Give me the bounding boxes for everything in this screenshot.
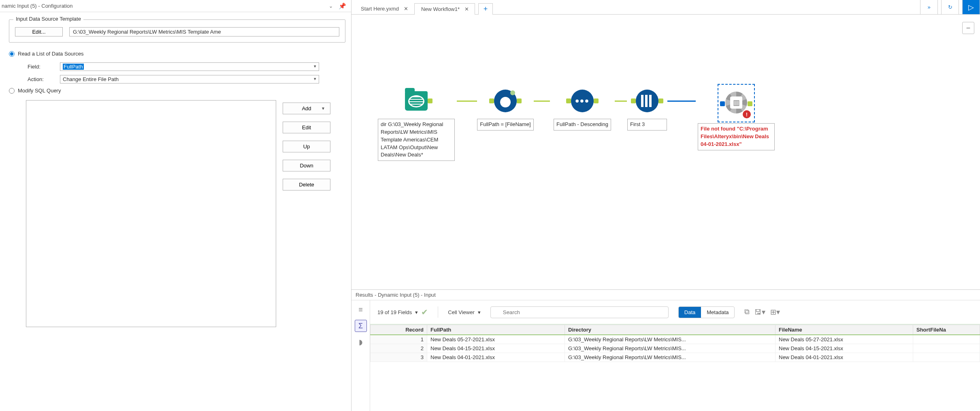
action-value: Change Entire File Path [63, 76, 119, 82]
table-row[interactable]: 1New Deals 05-27-2021.xlsxG:\03_Weekly R… [371, 335, 980, 344]
table-row[interactable]: 2New Deals 04-15-2021.xlsxG:\03_Weekly R… [371, 344, 980, 353]
search-input[interactable] [490, 306, 669, 318]
node-error-annotation: File not found "C:\Program Files\Alteryx… [698, 123, 775, 150]
sql-listbox[interactable] [26, 100, 276, 327]
save-icon[interactable]: 🖫▾ [754, 308, 765, 317]
cell-directory: G:\03_Weekly Regional Reports\LW Metrics… [565, 335, 775, 344]
copy-icon[interactable]: ⧉ [744, 308, 750, 317]
chevron-down-icon[interactable]: ⌄ [326, 3, 336, 9]
cell-shortfilename [913, 335, 980, 344]
input-port[interactable] [631, 98, 636, 103]
error-badge-icon: ! [743, 110, 751, 118]
field-value: FullPath [63, 64, 84, 70]
dynamic-input-tool-node[interactable]: ! [724, 92, 748, 116]
results-title: Results - Dynamic Input (5) - Input [352, 290, 980, 300]
output-port[interactable] [658, 98, 663, 103]
add-button[interactable]: Add [283, 103, 330, 114]
tabbar: Start Here.yxmd ✕ New Workflow1* ✕ + » ↻… [352, 0, 980, 15]
edit-button[interactable]: Edit [283, 122, 330, 133]
tab-new-workflow[interactable]: New Workflow1* ✕ [414, 3, 475, 15]
sigma-icon[interactable]: Σ [355, 320, 367, 332]
action-select[interactable]: Change Entire File Path [60, 75, 319, 83]
close-icon[interactable]: ✕ [464, 6, 469, 12]
fields-count: 19 of 19 Fields [377, 309, 412, 315]
col-header-shortfilename[interactable]: ShortFileNa [913, 325, 980, 335]
radio-read-input[interactable] [9, 51, 15, 57]
metadata-tab[interactable]: Metadata [701, 307, 734, 318]
close-icon[interactable]: ✕ [404, 6, 408, 12]
input-port[interactable] [720, 101, 725, 106]
sort-tool-node[interactable]: ••• [570, 89, 594, 113]
sample-tool-node[interactable] [635, 89, 659, 113]
config-body: Input Data Source Template Edit... G:\03… [0, 12, 351, 411]
up-button[interactable]: Up [283, 141, 330, 152]
cell-filename: New Deals 04-15-2021.xlsx [775, 344, 913, 353]
sort-icon: ••• [571, 90, 594, 112]
cell-record: 1 [371, 335, 427, 344]
output-anchor-icon[interactable]: ◗ [355, 336, 367, 348]
radio-read-list[interactable]: Read a List of Data Sources [9, 51, 345, 57]
radio-sql-input[interactable] [9, 88, 15, 94]
template-path-field[interactable]: G:\03_Weekly Regional Reports\LW Metrics… [69, 27, 339, 36]
workflow-canvas[interactable]: − dir G:\03_Weekly Regional Reports\LW M… [352, 15, 980, 289]
cell-record: 2 [371, 344, 427, 353]
col-header-fullpath[interactable]: FullPath [427, 325, 565, 335]
cellviewer-label: Cell Viewer [448, 309, 475, 315]
cell-shortfilename [913, 344, 980, 353]
output-port[interactable] [517, 98, 522, 103]
run-button[interactable]: ▷ [962, 0, 980, 14]
output-port[interactable] [594, 98, 599, 103]
collapse-button[interactable]: − [962, 22, 974, 34]
add-tab-button[interactable]: + [478, 3, 493, 15]
node-annotation: dir G:\03_Weekly Regional Reports\LW Met… [378, 119, 455, 161]
formula-tool-node[interactable] [493, 89, 518, 113]
data-metadata-toggle: Data Metadata [678, 306, 735, 318]
cell-record: 3 [371, 353, 427, 362]
down-button[interactable]: Down [283, 160, 330, 171]
node-annotation: First 3 [627, 119, 667, 131]
cell-fullpath: New Deals 04-01-2021.xlsx [427, 353, 565, 362]
col-header-directory[interactable]: Directory [565, 325, 775, 335]
field-select[interactable]: FullPath [60, 62, 319, 71]
cell-fullpath: New Deals 04-15-2021.xlsx [427, 344, 565, 353]
cell-viewer-dropdown[interactable]: Cell Viewer ▾ [448, 309, 481, 315]
pin-icon[interactable]: 📌 [336, 2, 349, 10]
edit-template-button[interactable]: Edit... [15, 27, 63, 36]
cell-filename: New Deals 04-01-2021.xlsx [775, 353, 913, 362]
col-header-filename[interactable]: FileName [775, 325, 913, 335]
overflow-button[interactable]: » [920, 0, 938, 14]
input-port[interactable] [566, 98, 571, 103]
canvas-wrap: − dir G:\03_Weekly Regional Reports\LW M… [352, 15, 980, 289]
tab-start-here[interactable]: Start Here.yxmd ✕ [354, 3, 414, 14]
radio-sql[interactable]: Modify SQL Query [9, 88, 345, 94]
connector [534, 101, 550, 102]
col-header-record[interactable]: Record [371, 325, 427, 335]
sample-icon [636, 90, 658, 112]
results-search [490, 306, 669, 318]
selected-node-box: ! [722, 89, 750, 118]
output-port[interactable] [428, 98, 432, 103]
connector [615, 101, 627, 102]
connector [457, 101, 477, 102]
cell-fullpath: New Deals 05-27-2021.xlsx [427, 335, 565, 344]
config-title: namic Input (5) - Configuration [0, 3, 326, 9]
output-port[interactable] [748, 101, 752, 106]
results-grid[interactable]: Record FullPath Directory FileName Short… [370, 325, 980, 411]
connector [667, 101, 696, 102]
data-tab[interactable]: Data [679, 307, 701, 318]
cell-filename: New Deals 05-27-2021.xlsx [775, 335, 913, 344]
new-window-icon[interactable]: ⊞▾ [770, 308, 780, 317]
chevron-down-icon: ▾ [478, 309, 481, 315]
fields-selector[interactable]: 19 of 19 Fields ▾ ✔ [377, 307, 428, 317]
delete-button[interactable]: Delete [283, 179, 330, 191]
rows-icon[interactable]: ≡ [355, 304, 367, 316]
table-row[interactable]: 3New Deals 04-01-2021.xlsxG:\03_Weekly R… [371, 353, 980, 362]
field-label: Field: [28, 64, 54, 70]
formula-icon [494, 90, 517, 112]
history-icon[interactable]: ↻ [941, 0, 959, 14]
input-port[interactable] [489, 98, 494, 103]
tab-label: New Workflow1* [421, 6, 460, 12]
check-icon: ✔ [421, 307, 428, 317]
cell-directory: G:\03_Weekly Regional Reports\LW Metrics… [565, 353, 775, 362]
directory-tool-node[interactable] [404, 89, 428, 113]
